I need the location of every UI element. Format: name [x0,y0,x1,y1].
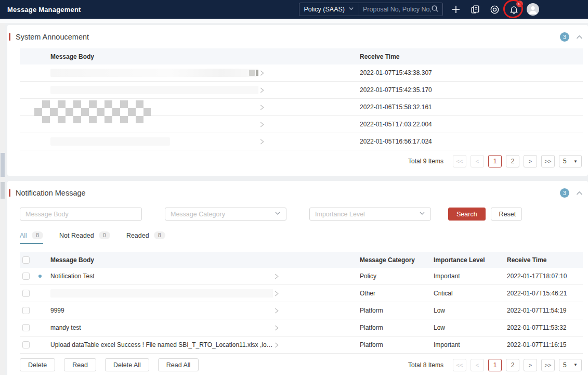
message-body-column-header: Message Body [50,53,258,60]
section-title: System Annoucement [16,33,89,41]
plus-icon[interactable] [450,3,462,16]
prev-page-button[interactable]: < [471,359,484,371]
chevron-up-icon[interactable] [576,191,583,196]
global-search-input[interactable] [363,6,431,13]
tab-readed[interactable]: Readed 8 [126,231,165,244]
table-row: 9999 Platform Low 2022-01-07T11:54:19 [20,302,583,319]
chevron-up-icon[interactable] [576,35,583,40]
table-row: mandy test Platform Low 2022-01-07T11:53… [20,319,583,337]
message-body-filter-input[interactable] [25,211,136,218]
row-checkbox[interactable] [22,307,30,314]
message-body-cell [50,289,273,298]
avatar[interactable] [527,3,539,16]
chevron-right-icon [258,138,265,145]
message-category-cell: Policy [360,273,434,280]
delete-button[interactable]: Delete [20,358,55,371]
section-accent-bar [9,33,10,41]
last-page-button[interactable]: >> [541,155,555,167]
tab-not-readed[interactable]: Not Readed 0 [59,231,110,244]
message-category-column-header: Message Category [360,256,434,264]
expand-row-button[interactable] [273,273,360,280]
table-row: 2022-01-07T15:42:35.170 [20,82,583,99]
search-button[interactable]: Search [448,208,486,221]
page-size-select[interactable]: 5 ▼ [559,359,582,371]
receive-time-cell: 2022-01-07T15:43:38.307 [360,69,583,76]
first-page-button[interactable]: << [453,155,466,167]
first-page-button[interactable]: << [453,359,466,371]
message-category-cell: Platform [360,341,434,348]
prev-page-button[interactable]: < [471,155,484,167]
redacted-message [50,289,273,298]
main-content: System Annoucement 3 Message Body Receiv… [0,23,588,375]
expand-row-button[interactable] [258,87,360,94]
left-scrollbar [0,23,5,375]
expand-row-button[interactable] [258,121,360,128]
tab-count-badge: 8 [32,231,43,239]
row-checkbox[interactable] [22,341,30,348]
notification-message-section: Notification Message 3 Message Category … [7,181,588,375]
receive-time-cell: 2022-01-17T18:07:10 [507,273,583,280]
copy-document-icon[interactable] [469,3,481,16]
search-icon[interactable] [431,5,439,15]
reset-button[interactable]: Reset [491,208,522,221]
section-accent-bar [9,189,10,197]
page-1-button[interactable]: 1 [488,155,502,167]
table-footer: Delete Read Delete All Read All Total 8 … [9,358,583,371]
message-body-cell: mandy test [50,324,273,331]
chevron-down-icon [348,6,354,13]
next-page-button[interactable]: > [524,359,537,371]
receive-time-cell: 2022-01-07T15:46:21 [507,290,583,297]
importance-level-select[interactable]: Importance Level [309,208,431,221]
scrollbar-thumb[interactable] [1,153,5,177]
pagination: Total 8 Items << < 1 2 > >> 5 ▼ [199,359,583,371]
target-icon[interactable] [488,3,501,16]
expand-row-button[interactable] [273,290,360,297]
global-search-box [359,3,442,16]
table-header-row: Message Body Message Category Importance… [20,252,583,268]
last-page-button[interactable]: >> [541,359,555,371]
expand-row-button[interactable] [273,307,360,314]
expand-row-button[interactable] [258,104,360,111]
row-checkbox[interactable] [22,290,30,297]
header-toolbar: Policy (SAAS) 6 [299,3,540,16]
chevron-down-icon [275,210,281,218]
message-body-cell [50,86,258,94]
page-1-button[interactable]: 1 [488,359,502,371]
expand-row-button[interactable] [273,325,360,331]
message-category-placeholder: Message Category [171,211,225,218]
page-size-select[interactable]: 5 ▼ [559,155,582,167]
message-body-cell: 9999 [50,307,273,314]
page-title: Message Management [7,6,81,14]
expand-row-button[interactable] [258,70,360,76]
page-2-button[interactable]: 2 [506,359,519,371]
tab-label: Not Readed [59,232,94,239]
read-button[interactable]: Read [64,358,96,371]
read-all-button[interactable]: Read All [158,358,199,371]
message-body-column-header: Message Body [50,256,273,264]
section-count-badge: 3 [560,32,569,42]
receive-time-cell: 2022-01-05T17:03:22.004 [360,121,583,128]
chevron-right-icon [258,87,265,94]
scrollbar-thumb-lower[interactable] [1,182,5,199]
system-announcement-section: System Annoucement 3 Message Body Receiv… [7,25,588,176]
page-2-button[interactable]: 2 [506,155,519,167]
message-body-cell: Upload dataTable excel Success ! File na… [50,341,273,348]
pagination: Total 9 Items << < 1 2 > >> 5 ▼ [9,155,583,167]
search-scope-value: Policy (SAAS) [304,6,345,13]
row-checkbox[interactable] [22,273,30,280]
importance-level-placeholder: Importance Level [315,211,365,218]
delete-all-button[interactable]: Delete All [105,358,149,371]
tab-all[interactable]: All 8 [20,231,43,244]
page-size-value: 5 [563,361,567,369]
chevron-down-icon [419,210,425,218]
search-scope-select[interactable]: Policy (SAAS) [299,3,360,16]
select-all-checkbox[interactable] [22,256,30,264]
expand-row-button[interactable] [273,342,360,348]
row-checkbox[interactable] [22,324,30,331]
message-category-select[interactable]: Message Category [165,208,286,221]
expand-row-button[interactable] [258,138,360,145]
table-row: Upload dataTable excel Success ! File na… [20,337,583,354]
next-page-button[interactable]: > [524,155,537,167]
tab-count-badge: 0 [99,231,110,239]
bell-icon[interactable]: 6 [507,3,520,16]
